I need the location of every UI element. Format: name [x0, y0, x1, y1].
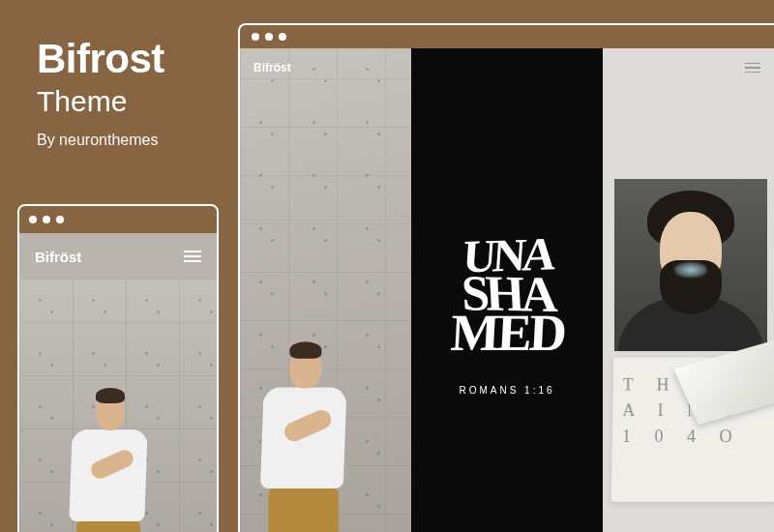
mobile-window-titlebar: [19, 206, 217, 233]
hamburger-icon[interactable]: [184, 251, 201, 262]
portrait-image: [614, 179, 767, 351]
bible-verse: ROMANS 1:16: [459, 385, 554, 396]
portfolio-slide-2[interactable]: UNA SHA MED ROMANS 1:16: [411, 48, 602, 532]
unashamed-lettering: UNA SHA MED: [451, 235, 564, 357]
mobile-preview: Bifröst: [17, 204, 219, 532]
window-dot-icon: [279, 33, 286, 41]
person-figure: [253, 329, 355, 532]
portfolio-slide-1[interactable]: [240, 48, 411, 532]
portfolio-panels: UNA SHA MED ROMANS 1:16 T H E R A I N 8 …: [240, 48, 774, 532]
theme-header: Bifrost Theme By neuronthemes: [37, 39, 164, 149]
hamburger-icon[interactable]: [745, 63, 760, 74]
desktop-window-titlebar: [240, 25, 774, 48]
window-dot-icon: [29, 216, 37, 223]
window-dot-icon: [265, 33, 273, 41]
mobile-navbar: Bifröst: [19, 233, 217, 280]
person-figure: [63, 376, 155, 532]
window-dot-icon: [43, 216, 50, 223]
mobile-hero-image: [19, 280, 217, 532]
desktop-navbar: Bifröst: [240, 48, 774, 87]
desktop-brand[interactable]: Bifröst: [253, 61, 291, 74]
theme-title: Bifrost: [37, 39, 164, 79]
portfolio-slide-3[interactable]: T H E R A I N 8 1 0 4 O: [603, 48, 774, 532]
lettering-line-3: MED: [449, 310, 564, 357]
theme-author: By neuronthemes: [37, 132, 164, 149]
theme-subtitle: Theme: [37, 85, 164, 118]
mobile-brand[interactable]: Bifröst: [35, 249, 81, 265]
window-dot-icon: [252, 33, 259, 41]
window-dot-icon: [56, 216, 64, 223]
desktop-preview: Bifröst UNA SHA MED ROMANS 1:16: [238, 23, 774, 532]
